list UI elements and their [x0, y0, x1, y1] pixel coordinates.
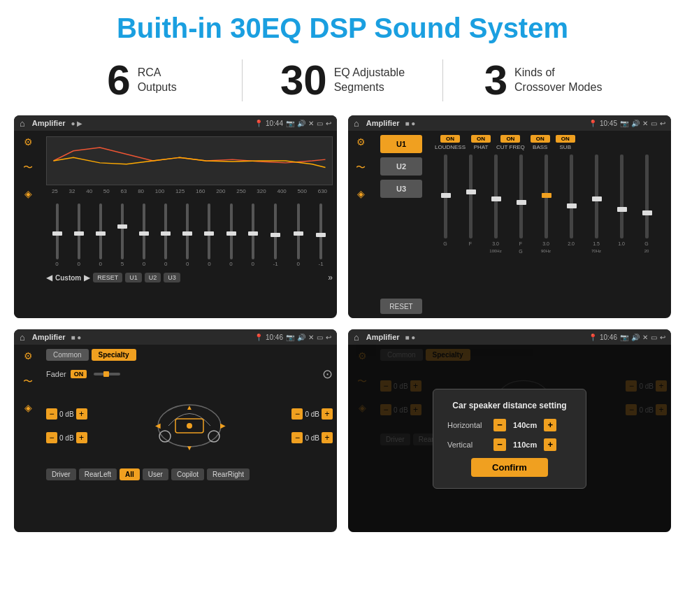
minimize-icon-1[interactable]: ▭	[317, 120, 323, 127]
expand-icon[interactable]: »	[328, 273, 333, 282]
user-btn-3[interactable]: User	[143, 468, 168, 480]
eq-slider-12: -1	[319, 203, 324, 267]
db-minus-1[interactable]: −	[46, 432, 57, 443]
volume-icon-1: 🔊	[297, 120, 305, 127]
home-icon-3[interactable]: ⌂	[20, 332, 25, 343]
dialog-vertical-value: 110cm	[513, 440, 537, 449]
svg-point-3	[159, 431, 171, 442]
dialog-horizontal-plus[interactable]: +	[544, 419, 556, 431]
db-row-3: − 0 dB +	[291, 432, 333, 443]
dialog-vertical-minus[interactable]: −	[493, 438, 506, 451]
tab-common-3[interactable]: Common	[46, 349, 89, 361]
back-icon-1[interactable]: ↩	[326, 120, 331, 127]
sub-toggle: ON SUB	[556, 135, 575, 150]
db-row-0: − 0 dB +	[46, 408, 87, 420]
amp-slider-7: 1.0	[611, 155, 632, 266]
speaker-icon[interactable]: ◈	[24, 188, 32, 199]
dialog-vertical-row: Vertical − 110cm +	[447, 438, 572, 451]
driver-btn-3[interactable]: Driver	[46, 468, 76, 480]
u1-amp-btn[interactable]: U1	[380, 135, 422, 153]
confirm-button[interactable]: Confirm	[471, 458, 548, 477]
stat-crossover-number: 3	[484, 59, 507, 101]
svg-point-6	[187, 423, 192, 429]
amp-slider-1: F	[460, 155, 481, 266]
bottom-btns-3: Driver RearLeft All User Copilot RearRig…	[46, 468, 333, 480]
dialog-horizontal-minus[interactable]: −	[493, 419, 506, 431]
db-val-2: 0 dB	[305, 410, 319, 418]
eq-slider-4: 0	[143, 203, 145, 267]
db-plus-3[interactable]: +	[322, 432, 333, 443]
eq-slider-1: 0	[77, 203, 80, 267]
amp-slider-8: G 20	[636, 155, 657, 266]
phat-toggle: ON PHAT	[471, 135, 491, 150]
home-icon-4[interactable]: ⌂	[354, 332, 359, 343]
stat-eq-text: EQ AdjustableSegments	[334, 66, 405, 95]
preset-label: Custom	[55, 274, 81, 282]
amp-slider-2: 3.0 100Hz	[485, 155, 506, 266]
dialog-vertical-plus[interactable]: +	[544, 438, 556, 451]
amp-controls: ON LOUDNESS ON PHAT ON CUT FREQ ON BASS	[429, 131, 671, 318]
stat-eq: 30 EQ AdjustableSegments	[243, 59, 442, 101]
db-plus-1[interactable]: +	[76, 432, 87, 443]
status-dots-1: ● ▶	[71, 120, 83, 127]
db-minus-3[interactable]: −	[291, 432, 303, 443]
fader-on-badge[interactable]: ON	[71, 370, 87, 378]
home-icon-1[interactable]: ⌂	[20, 118, 25, 129]
rearright-btn-3[interactable]: RearRight	[207, 468, 250, 480]
dialog-box: Car speaker distance setting Horizontal …	[433, 389, 586, 489]
rearleft-btn-3[interactable]: RearLeft	[79, 468, 117, 480]
tab-specialty-3[interactable]: Specialty	[92, 349, 136, 361]
eq-slider-0: 0	[55, 203, 58, 267]
eq-slider-6: 0	[186, 203, 189, 267]
home-icon-2[interactable]: ⌂	[354, 118, 359, 129]
db-minus-2[interactable]: −	[291, 408, 303, 420]
wave-icon-3[interactable]: 〜	[23, 375, 33, 388]
reset-amp-btn[interactable]: RESET	[380, 299, 422, 314]
settings-icon-3[interactable]: ⊙	[322, 366, 333, 382]
bass-toggle: ON BASS	[531, 135, 550, 150]
eq-graph	[46, 136, 333, 185]
status-bar-2: ⌂ Amplifier ■ ● 📍 10:45 📷 🔊 ✕ ▭ ↩	[348, 115, 671, 131]
u3-btn[interactable]: U3	[164, 273, 180, 282]
dialog-title: Car speaker distance setting	[447, 401, 572, 410]
amp-slider-4: 3.0 90Hz	[535, 155, 556, 266]
stats-row: 6 RCAOutputs 30 EQ AdjustableSegments 3 …	[0, 54, 685, 113]
eq-icon[interactable]: ⚙	[24, 136, 33, 148]
reset-btn[interactable]: RESET	[93, 273, 122, 282]
wave-icon[interactable]: 〜	[23, 162, 33, 174]
db-row-1: − 0 dB +	[46, 432, 87, 443]
dialog-horizontal-label: Horizontal	[447, 421, 489, 429]
eq-slider-5: 0	[164, 203, 167, 267]
eq-slider-9: 0	[251, 203, 254, 267]
all-btn-3[interactable]: All	[120, 468, 140, 480]
eq-icon-2[interactable]: ⚙	[356, 136, 366, 148]
u2-btn[interactable]: U2	[145, 273, 161, 282]
eq-slider-3: 5	[121, 203, 124, 267]
db-plus-0[interactable]: +	[76, 408, 87, 420]
prev-btn[interactable]: ◀	[46, 273, 52, 282]
wave-icon-2[interactable]: 〜	[356, 162, 366, 174]
left-db-controls: − 0 dB + − 0 dB +	[46, 408, 87, 443]
close-icon-1[interactable]: ✕	[308, 120, 314, 127]
u3-amp-btn[interactable]: U3	[380, 180, 422, 198]
db-plus-2[interactable]: +	[322, 408, 333, 420]
location-icon-1: 📍	[254, 120, 263, 127]
eq-main: 253240506380100125160200250320400500630 …	[42, 131, 337, 318]
balance-icon-3[interactable]: ◈	[24, 402, 32, 413]
svg-text:▶: ▶	[220, 422, 226, 429]
svg-rect-1	[103, 371, 109, 377]
next-btn[interactable]: ▶	[84, 273, 90, 282]
screen4-body: ⚙ 〜 ◈ Common Specialty −0 dB+ −0 dB+	[348, 345, 671, 532]
amp-side-icons: ⚙ 〜 ◈	[348, 131, 373, 318]
status-right-3: 📍 10:46 📷 🔊 ✕ ▭ ↩	[254, 334, 331, 341]
u1-btn[interactable]: U1	[125, 273, 142, 282]
speaker-icon-2[interactable]: ◈	[357, 188, 365, 199]
fader-label: Fader	[46, 370, 66, 378]
u2-amp-btn[interactable]: U2	[380, 157, 422, 176]
stat-crossover: 3 Kinds ofCrossover Modes	[443, 59, 643, 101]
screen-fader: ⌂ Amplifier ■ ● 📍 10:46 📷 🔊 ✕ ▭ ↩ ⚙ 〜 ◈ …	[14, 329, 337, 532]
db-minus-0[interactable]: −	[46, 408, 57, 420]
eq-icon-3[interactable]: ⚙	[24, 350, 33, 361]
eq-slider-11: 0	[296, 203, 299, 267]
copilot-btn-3[interactable]: Copilot	[171, 468, 204, 480]
